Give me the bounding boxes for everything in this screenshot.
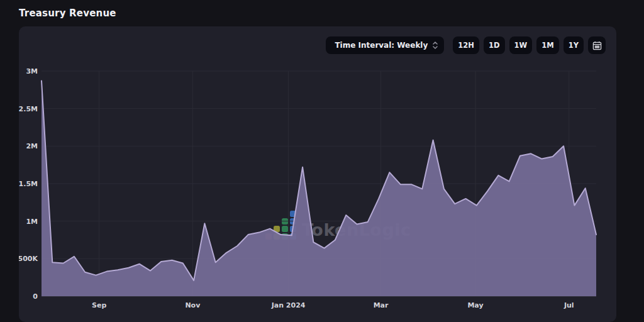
chart-toolbar: Time Interval: Weekly 12H 1D 1W 1M 1Y [326, 36, 606, 54]
range-button-1w[interactable]: 1W [509, 36, 533, 54]
page-title: Treasury Revenue [19, 8, 116, 19]
svg-text:Nov: Nov [185, 301, 201, 309]
time-interval-label: Time Interval: Weekly [335, 41, 428, 50]
range-button-1y[interactable]: 1Y [564, 36, 584, 54]
svg-text:Jan 2024: Jan 2024 [271, 301, 306, 309]
svg-text:500K: 500K [19, 255, 38, 263]
calendar-icon [592, 41, 602, 50]
svg-text:Mar: Mar [374, 301, 389, 309]
range-button-1m[interactable]: 1M [536, 36, 558, 54]
svg-text:Jul: Jul [564, 301, 574, 309]
svg-text:Sep: Sep [92, 301, 106, 309]
time-interval-dropdown[interactable]: Time Interval: Weekly [326, 36, 444, 54]
svg-text:1M: 1M [26, 218, 38, 226]
svg-text:0: 0 [33, 292, 38, 301]
svg-text:1.5M: 1.5M [19, 180, 38, 188]
chart-area: TokenLogic 0500K1M1.5M2M2.5M3MSepNovJan … [19, 66, 616, 313]
svg-text:3M: 3M [26, 67, 38, 75]
range-button-12h[interactable]: 12H [453, 36, 479, 54]
svg-text:May: May [467, 301, 483, 309]
range-button-1d[interactable]: 1D [484, 36, 505, 54]
treasury-revenue-area-chart[interactable]: 0500K1M1.5M2M2.5M3MSepNovJan 2024MarMayJ… [19, 66, 616, 313]
chevron-up-down-icon [433, 42, 438, 49]
calendar-button[interactable] [588, 36, 606, 54]
svg-text:2M: 2M [26, 142, 38, 150]
chart-card: Time Interval: Weekly 12H 1D 1W 1M 1Y [19, 26, 616, 322]
svg-text:2.5M: 2.5M [19, 105, 38, 113]
